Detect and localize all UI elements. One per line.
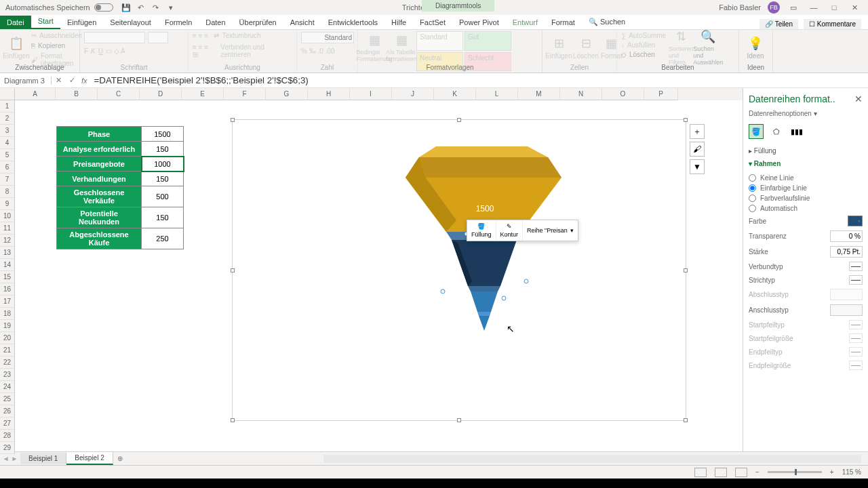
maximize-icon[interactable]: □ <box>827 2 841 13</box>
row-header[interactable]: 21 <box>0 344 15 357</box>
horizontal-scrollbar[interactable] <box>323 455 861 463</box>
worksheet[interactable]: ABCDEFGHIJKLMNOP 12345678910111213141516… <box>0 88 743 451</box>
minimize-icon[interactable]: — <box>807 2 821 13</box>
row-header[interactable]: 10 <box>0 210 15 222</box>
find-select-button[interactable]: 🔍Suchen und Auswählen <box>696 31 720 64</box>
table-row-value[interactable]: 150 <box>142 171 184 186</box>
tab-powerpivot[interactable]: Power Pivot <box>452 16 506 29</box>
col-header[interactable]: E <box>182 88 224 100</box>
table-row-value[interactable]: 1500 <box>142 127 184 142</box>
table-row-label[interactable]: Analyse erforderlich <box>57 142 142 157</box>
fill-line-tab-icon[interactable]: 🪣 <box>749 124 764 139</box>
section-fill[interactable]: ▸ Füllung <box>743 144 868 157</box>
row-header[interactable]: 12 <box>0 235 15 247</box>
row-header[interactable]: 14 <box>0 259 15 271</box>
table-row-value[interactable]: 250 <box>142 228 184 249</box>
zoom-level[interactable]: 115 % <box>842 468 861 476</box>
search-box[interactable]: 🔍 Suchen <box>582 15 632 29</box>
sheet-tab-2[interactable]: Beispiel 2 <box>66 452 113 465</box>
row-header[interactable]: 7 <box>0 174 15 186</box>
tab-datei[interactable]: Datei <box>0 16 31 29</box>
col-header[interactable]: F <box>224 88 266 100</box>
col-header[interactable]: N <box>560 88 602 100</box>
transparency-input[interactable] <box>830 230 863 242</box>
row-header[interactable]: 17 <box>0 296 15 308</box>
mini-series-select[interactable]: Reihe "Preisan ▾ <box>523 220 578 241</box>
autosave-toggle[interactable] <box>94 3 113 12</box>
row-header[interactable]: 22 <box>0 357 15 369</box>
row-header[interactable]: 3 <box>0 125 15 137</box>
tab-ansicht[interactable]: Ansicht <box>283 16 321 29</box>
chart-elements-button[interactable]: ＋ <box>690 124 705 139</box>
width-input[interactable] <box>830 246 863 258</box>
tab-entwurf[interactable]: Entwurf <box>506 16 545 29</box>
tab-format[interactable]: Format <box>545 16 582 29</box>
row-header[interactable]: 29 <box>0 442 15 454</box>
table-row-label[interactable]: Potentielle Neukunden <box>57 207 142 228</box>
table-row-label[interactable]: Verhandlungen <box>57 171 142 186</box>
col-header[interactable]: B <box>56 88 98 100</box>
table-row-value[interactable]: 500 <box>142 186 184 207</box>
page-break-view-icon[interactable] <box>735 468 747 477</box>
row-header[interactable]: 2 <box>0 113 15 125</box>
format-pane-subtitle[interactable]: Datenreihenoptionen ▾ <box>743 110 868 121</box>
table-row-label[interactable]: Phase <box>57 127 142 142</box>
tab-hilfe[interactable]: Hilfe <box>384 16 413 29</box>
ideas-button[interactable]: 💡Ideen <box>743 31 768 64</box>
tab-start[interactable]: Start <box>31 14 60 29</box>
row-header[interactable]: 23 <box>0 369 15 381</box>
clear-button[interactable]: ◇ Löschen <box>621 50 666 59</box>
row-header[interactable]: 16 <box>0 283 15 296</box>
tab-ueberpruefen[interactable]: Überprüfen <box>233 16 283 29</box>
row-header[interactable]: 27 <box>0 418 15 430</box>
row-header[interactable]: 1 <box>0 100 15 113</box>
row-header[interactable]: 13 <box>0 247 15 259</box>
sheet-nav[interactable]: ◄ ► <box>0 455 20 462</box>
redo-icon[interactable]: ↷ <box>151 2 161 13</box>
chart-filter-button[interactable]: ▼ <box>690 159 705 174</box>
col-header[interactable]: P <box>644 88 678 100</box>
undo-icon[interactable]: ↶ <box>136 2 146 13</box>
formula-input[interactable] <box>90 75 868 85</box>
row-header[interactable]: 6 <box>0 161 15 174</box>
name-box[interactable]: Diagramm 3 <box>0 77 52 85</box>
col-header[interactable]: C <box>98 88 140 100</box>
zoom-out-icon[interactable]: − <box>755 468 760 476</box>
zoom-in-icon[interactable]: + <box>830 468 834 476</box>
select-all-button[interactable] <box>0 88 15 100</box>
col-header[interactable]: A <box>15 88 56 100</box>
table-row-value[interactable]: 1000 <box>142 157 184 171</box>
tab-factset[interactable]: FactSet <box>413 16 452 29</box>
section-border[interactable]: ▾ Rahmen <box>743 157 868 170</box>
zoom-slider[interactable] <box>768 471 822 473</box>
effects-tab-icon[interactable]: ⬠ <box>769 124 784 139</box>
add-sheet-button[interactable]: ⊕ <box>113 455 127 462</box>
row-header[interactable]: 8 <box>0 186 15 198</box>
qat-dropdown-icon[interactable]: ▾ <box>165 2 176 13</box>
row-header[interactable]: 15 <box>0 271 15 283</box>
col-header[interactable]: M <box>518 88 560 100</box>
row-header[interactable]: 9 <box>0 198 15 210</box>
chart-styles-button[interactable]: 🖌 <box>690 142 705 157</box>
tab-seitenlayout[interactable]: Seitenlayout <box>103 16 158 29</box>
border-grad-radio[interactable]: Farbverlaufslinie <box>749 193 863 203</box>
format-pane-close-icon[interactable]: ✕ <box>854 94 863 104</box>
col-header[interactable]: O <box>602 88 644 100</box>
row-header[interactable]: 20 <box>0 332 15 344</box>
cancel-formula-icon[interactable]: ✕ <box>52 76 65 85</box>
row-header[interactable]: 24 <box>0 381 15 393</box>
row-header[interactable]: 25 <box>0 393 15 405</box>
table-row-label[interactable]: Geschlossene Verkäufe <box>57 186 142 207</box>
tab-entwicklertools[interactable]: Entwicklertools <box>321 16 384 29</box>
tab-daten[interactable]: Daten <box>199 16 232 29</box>
row-header[interactable]: 4 <box>0 137 15 149</box>
close-icon[interactable]: ✕ <box>848 2 861 13</box>
save-icon[interactable]: 💾 <box>121 2 132 13</box>
compound-type-dd[interactable] <box>849 262 863 271</box>
row-header[interactable]: 11 <box>0 222 15 235</box>
user-avatar[interactable]: FB <box>768 1 780 14</box>
row-header[interactable]: 5 <box>0 149 15 161</box>
table-row-value[interactable]: 150 <box>142 142 184 157</box>
border-auto-radio[interactable]: Automatisch <box>749 203 863 214</box>
row-header[interactable]: 26 <box>0 405 15 418</box>
